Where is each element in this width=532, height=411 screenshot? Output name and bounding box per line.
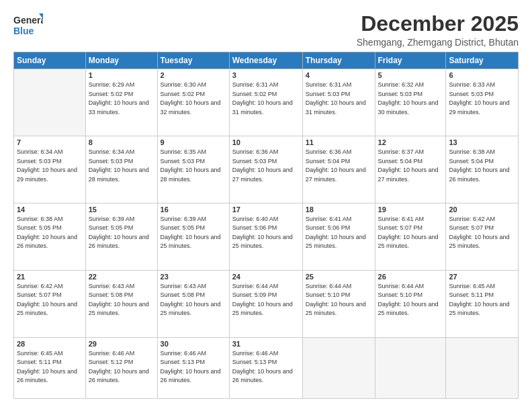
table-cell: 7 Sunrise: 6:34 AM Sunset: 5:03 PM Dayli… — [14, 136, 86, 203]
day-info: Sunrise: 6:45 AM Sunset: 5:11 PM Dayligh… — [17, 349, 83, 385]
day-info: Sunrise: 6:31 AM Sunset: 5:03 PM Dayligh… — [306, 81, 372, 117]
table-cell: 22 Sunrise: 6:43 AM Sunset: 5:08 PM Dayl… — [85, 270, 157, 337]
table-cell: 28 Sunrise: 6:45 AM Sunset: 5:11 PM Dayl… — [14, 337, 86, 398]
table-cell: 20 Sunrise: 6:42 AM Sunset: 5:07 PM Dayl… — [446, 203, 519, 270]
table-cell: 4 Sunrise: 6:31 AM Sunset: 5:03 PM Dayli… — [302, 69, 375, 136]
day-number: 2 — [161, 71, 226, 79]
day-info: Sunrise: 6:42 AM Sunset: 5:07 PM Dayligh… — [17, 282, 83, 318]
table-cell: 8 Sunrise: 6:34 AM Sunset: 5:03 PM Dayli… — [85, 136, 157, 203]
table-cell: 2 Sunrise: 6:30 AM Sunset: 5:02 PM Dayli… — [157, 69, 229, 136]
table-cell: 10 Sunrise: 6:36 AM Sunset: 5:03 PM Dayl… — [229, 136, 302, 203]
day-number: 8 — [89, 138, 154, 146]
table-cell: 6 Sunrise: 6:33 AM Sunset: 5:03 PM Dayli… — [446, 69, 519, 136]
table-cell: 18 Sunrise: 6:41 AM Sunset: 5:06 PM Dayl… — [302, 203, 375, 270]
day-number: 12 — [378, 138, 443, 146]
col-saturday: Saturday — [446, 52, 519, 69]
day-info: Sunrise: 6:45 AM Sunset: 5:11 PM Dayligh… — [449, 282, 515, 318]
table-cell: 30 Sunrise: 6:46 AM Sunset: 5:13 PM Dayl… — [157, 337, 229, 398]
day-number: 19 — [378, 205, 443, 214]
day-info: Sunrise: 6:40 AM Sunset: 5:06 PM Dayligh… — [232, 215, 300, 251]
day-info: Sunrise: 6:38 AM Sunset: 5:04 PM Dayligh… — [449, 148, 515, 184]
day-number: 29 — [89, 340, 154, 348]
table-cell — [302, 337, 375, 398]
day-number: 22 — [89, 273, 154, 281]
day-number: 5 — [378, 71, 443, 79]
calendar-table: Sunday Monday Tuesday Wednesday Thursday… — [13, 52, 519, 399]
day-info: Sunrise: 6:39 AM Sunset: 5:05 PM Dayligh… — [161, 215, 226, 251]
day-info: Sunrise: 6:46 AM Sunset: 5:12 PM Dayligh… — [89, 349, 154, 385]
day-number: 1 — [89, 71, 154, 79]
day-info: Sunrise: 6:30 AM Sunset: 5:02 PM Dayligh… — [161, 81, 226, 117]
table-cell: 15 Sunrise: 6:39 AM Sunset: 5:05 PM Dayl… — [85, 203, 157, 270]
col-thursday: Thursday — [302, 52, 375, 69]
day-number: 18 — [306, 205, 372, 214]
day-info: Sunrise: 6:33 AM Sunset: 5:03 PM Dayligh… — [449, 81, 515, 117]
table-cell: 27 Sunrise: 6:45 AM Sunset: 5:11 PM Dayl… — [446, 270, 519, 337]
day-info: Sunrise: 6:29 AM Sunset: 5:02 PM Dayligh… — [89, 81, 154, 117]
logo-svg: General Blue — [13, 12, 43, 39]
day-info: Sunrise: 6:43 AM Sunset: 5:08 PM Dayligh… — [161, 282, 226, 318]
table-cell: 26 Sunrise: 6:44 AM Sunset: 5:10 PM Dayl… — [375, 270, 446, 337]
day-number: 31 — [232, 340, 300, 348]
day-info: Sunrise: 6:41 AM Sunset: 5:07 PM Dayligh… — [378, 215, 443, 251]
day-number: 9 — [161, 138, 226, 146]
day-info: Sunrise: 6:43 AM Sunset: 5:08 PM Dayligh… — [89, 282, 154, 318]
calendar-header-row: Sunday Monday Tuesday Wednesday Thursday… — [14, 52, 519, 69]
title-block: December 2025 Shemgang, Zhemgang Distric… — [357, 12, 519, 48]
day-number: 21 — [17, 273, 83, 281]
day-number: 10 — [232, 138, 300, 146]
day-info: Sunrise: 6:44 AM Sunset: 5:10 PM Dayligh… — [306, 282, 372, 318]
day-number: 30 — [161, 340, 226, 348]
day-info: Sunrise: 6:32 AM Sunset: 5:03 PM Dayligh… — [378, 81, 443, 117]
day-number: 13 — [449, 138, 515, 146]
table-cell: 31 Sunrise: 6:46 AM Sunset: 5:13 PM Dayl… — [229, 337, 302, 398]
table-cell — [375, 337, 446, 398]
table-cell: 24 Sunrise: 6:44 AM Sunset: 5:09 PM Dayl… — [229, 270, 302, 337]
svg-text:General: General — [13, 15, 43, 26]
day-number: 7 — [17, 138, 83, 146]
svg-text:Blue: Blue — [13, 26, 34, 36]
day-info: Sunrise: 6:44 AM Sunset: 5:09 PM Dayligh… — [232, 282, 300, 318]
day-number: 17 — [232, 205, 300, 214]
table-cell — [14, 69, 86, 136]
day-number: 28 — [17, 340, 83, 348]
day-info: Sunrise: 6:36 AM Sunset: 5:03 PM Dayligh… — [232, 148, 300, 184]
table-cell: 13 Sunrise: 6:38 AM Sunset: 5:04 PM Dayl… — [446, 136, 519, 203]
month-year: December 2025 — [357, 12, 519, 36]
day-number: 11 — [306, 138, 372, 146]
day-number: 25 — [306, 273, 372, 281]
table-cell: 9 Sunrise: 6:35 AM Sunset: 5:03 PM Dayli… — [157, 136, 229, 203]
day-info: Sunrise: 6:36 AM Sunset: 5:04 PM Dayligh… — [306, 148, 372, 184]
table-cell: 5 Sunrise: 6:32 AM Sunset: 5:03 PM Dayli… — [375, 69, 446, 136]
day-number: 14 — [17, 205, 83, 214]
day-number: 3 — [232, 71, 300, 79]
day-number: 4 — [306, 71, 372, 79]
day-number: 26 — [378, 273, 443, 281]
day-info: Sunrise: 6:39 AM Sunset: 5:05 PM Dayligh… — [89, 215, 154, 251]
col-tuesday: Tuesday — [157, 52, 229, 69]
col-monday: Monday — [85, 52, 157, 69]
location: Shemgang, Zhemgang District, Bhutan — [357, 37, 519, 48]
logo: General Blue — [13, 12, 43, 39]
table-cell: 16 Sunrise: 6:39 AM Sunset: 5:05 PM Dayl… — [157, 203, 229, 270]
table-cell: 29 Sunrise: 6:46 AM Sunset: 5:12 PM Dayl… — [85, 337, 157, 398]
table-cell: 25 Sunrise: 6:44 AM Sunset: 5:10 PM Dayl… — [302, 270, 375, 337]
day-number: 24 — [232, 273, 300, 281]
table-cell: 11 Sunrise: 6:36 AM Sunset: 5:04 PM Dayl… — [302, 136, 375, 203]
table-cell: 21 Sunrise: 6:42 AM Sunset: 5:07 PM Dayl… — [14, 270, 86, 337]
day-info: Sunrise: 6:31 AM Sunset: 5:02 PM Dayligh… — [232, 81, 300, 117]
day-info: Sunrise: 6:38 AM Sunset: 5:05 PM Dayligh… — [17, 215, 83, 251]
table-cell: 23 Sunrise: 6:43 AM Sunset: 5:08 PM Dayl… — [157, 270, 229, 337]
day-info: Sunrise: 6:42 AM Sunset: 5:07 PM Dayligh… — [449, 215, 515, 251]
day-info: Sunrise: 6:35 AM Sunset: 5:03 PM Dayligh… — [161, 148, 226, 184]
table-cell: 19 Sunrise: 6:41 AM Sunset: 5:07 PM Dayl… — [375, 203, 446, 270]
day-info: Sunrise: 6:44 AM Sunset: 5:10 PM Dayligh… — [378, 282, 443, 318]
table-cell — [446, 337, 519, 398]
day-info: Sunrise: 6:37 AM Sunset: 5:04 PM Dayligh… — [378, 148, 443, 184]
table-cell: 1 Sunrise: 6:29 AM Sunset: 5:02 PM Dayli… — [85, 69, 157, 136]
table-cell: 12 Sunrise: 6:37 AM Sunset: 5:04 PM Dayl… — [375, 136, 446, 203]
col-sunday: Sunday — [14, 52, 86, 69]
day-number: 20 — [449, 205, 515, 214]
table-cell: 3 Sunrise: 6:31 AM Sunset: 5:02 PM Dayli… — [229, 69, 302, 136]
day-number: 23 — [161, 273, 226, 281]
